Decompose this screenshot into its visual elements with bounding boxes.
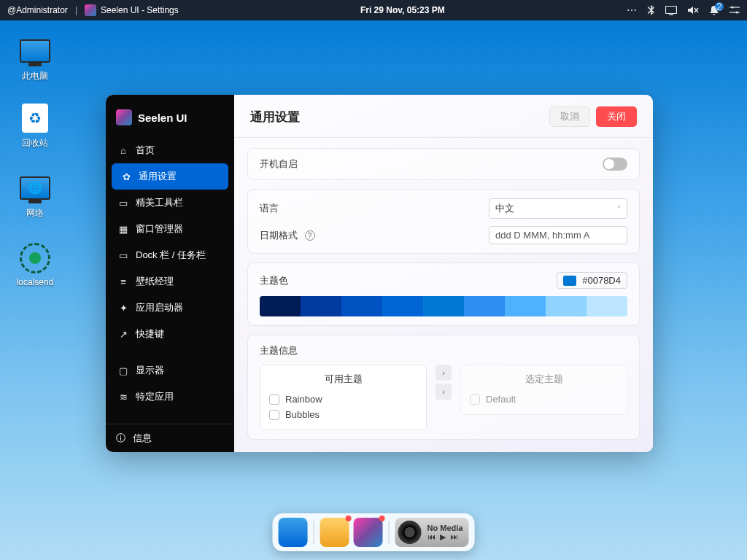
card-theme-color: 主题色 #0078D4 — [247, 262, 640, 326]
dock-icon: ▭ — [118, 250, 128, 261]
transfer-buttons: › ‹ — [436, 365, 452, 400]
sidebar-item-home[interactable]: ⌂首页 — [106, 137, 234, 163]
checkbox[interactable] — [470, 394, 480, 405]
localsend-icon — [20, 243, 50, 273]
color-swatch — [563, 276, 576, 286]
checkbox[interactable] — [269, 410, 279, 420]
computer-icon — [20, 39, 50, 63]
desktop-icon-network[interactable]: 网络 — [9, 172, 61, 219]
desktop-icon-recycle[interactable]: ♻ 回收站 — [9, 102, 61, 149]
sidebar-logo-icon — [116, 109, 132, 125]
theme-item[interactable]: Bubbles — [268, 407, 419, 422]
available-header: 可用主题 — [268, 373, 419, 386]
tray-volume-mute-icon[interactable] — [687, 5, 699, 15]
notification-dot — [379, 516, 385, 521]
network-icon — [20, 176, 50, 200]
move-right-button[interactable]: › — [436, 365, 452, 381]
desktop-icon-this-pc[interactable]: 此电脑 — [9, 35, 61, 82]
language-label: 语言 — [260, 202, 489, 215]
monitor-icon: ▢ — [118, 365, 128, 376]
checkbox[interactable] — [269, 394, 279, 405]
palette-swatch[interactable] — [301, 296, 341, 316]
palette-swatch[interactable] — [505, 296, 546, 316]
themeinfo-label: 主题信息 — [260, 344, 627, 357]
media-art-icon — [398, 521, 422, 544]
sidebar-item-window-manager[interactable]: ▦窗口管理器 — [106, 216, 234, 242]
dock-separator — [314, 521, 314, 544]
cancel-button[interactable]: 取消 — [549, 106, 590, 127]
selected-themes: 选定主题 Default — [460, 365, 627, 415]
media-title: No Media — [427, 524, 463, 532]
sidebar-header: Seelen UI — [106, 104, 234, 137]
help-icon[interactable]: ? — [305, 230, 315, 241]
dock-item-explorer[interactable] — [320, 518, 349, 547]
desktop-icon-localsend[interactable]: localsend — [9, 242, 61, 287]
theme-item[interactable]: Default — [468, 392, 619, 407]
palette-swatch[interactable] — [587, 296, 627, 316]
sidebar-item-toolbar[interactable]: ▭精美工具栏 — [106, 190, 234, 216]
info-icon: ⓘ — [116, 432, 125, 445]
sidebar-item-monitors[interactable]: ▢显示器 — [106, 357, 234, 384]
dock-item-seelen[interactable] — [354, 518, 383, 547]
palette-swatch[interactable] — [546, 296, 587, 316]
settings-window: Seelen UI ⌂首页 ✿通用设置 ▭精美工具栏 ▦窗口管理器 ▭Dock … — [106, 95, 653, 452]
tray-monitor-icon[interactable] — [665, 6, 677, 15]
sidebar-item-apps[interactable]: ≋特定应用 — [106, 384, 234, 410]
gear-icon: ✿ — [121, 171, 131, 182]
palette-swatch[interactable] — [260, 296, 301, 316]
theme-item[interactable]: Rainbow — [268, 392, 419, 407]
apps-icon: ≋ — [118, 392, 128, 402]
menubar-clock[interactable]: Fri 29 Nov, 05:23 PM — [179, 5, 627, 15]
sidebar-item-general[interactable]: ✿通用设置 — [112, 163, 228, 190]
sidebar-item-wallpaper[interactable]: ≡壁纸经理 — [106, 268, 234, 295]
autostart-label: 开机自启 — [260, 158, 603, 171]
media-play-icon[interactable]: ▶ — [440, 532, 446, 542]
palette-swatch[interactable] — [341, 296, 382, 316]
home-icon: ⌂ — [118, 145, 128, 156]
themecolor-label: 主题色 — [260, 274, 557, 287]
media-prev-icon[interactable]: ⏮ — [427, 532, 436, 542]
link-icon: ↗ — [118, 329, 128, 340]
grid-icon: ▦ — [118, 224, 128, 235]
themecolor-value[interactable]: #0078D4 — [557, 272, 627, 289]
language-select[interactable]: 中文 ˅ — [489, 198, 627, 219]
recycle-icon: ♻ — [22, 104, 48, 133]
notification-dot — [346, 516, 352, 521]
palette-swatch[interactable] — [423, 296, 464, 316]
sidebar-item-launcher[interactable]: ✦应用启动器 — [106, 295, 234, 321]
dock-item-desktop[interactable] — [279, 518, 308, 547]
tray-more-icon[interactable]: ⋯ — [627, 4, 637, 16]
tray-notifications-icon[interactable]: 2 — [709, 5, 719, 15]
dateformat-input[interactable]: ddd D MMM, hh:mm A — [489, 226, 627, 244]
sidebar-item-info[interactable]: ⓘ信息 — [106, 424, 234, 452]
content-panel: 通用设置 取消 关闭 开机自启 语言 中文 ˅ — [234, 95, 653, 452]
sidebar-item-dock[interactable]: ▭Dock 栏 / 任务栏 — [106, 242, 234, 268]
selected-header: 选定主题 — [468, 373, 619, 386]
color-palette — [260, 296, 627, 316]
close-button[interactable]: 关闭 — [596, 106, 637, 127]
app-icon — [85, 4, 96, 16]
svg-rect-0 — [666, 6, 677, 13]
panel-body[interactable]: 开机自启 语言 中文 ˅ 日期格式 ? ddd D — [234, 138, 653, 452]
toolbar-icon: ▭ — [118, 198, 128, 209]
media-next-icon[interactable]: ⏭ — [450, 532, 458, 542]
palette-swatch[interactable] — [382, 296, 423, 316]
menubar-user[interactable]: @Administrator — [7, 5, 68, 15]
tray-bluetooth-icon[interactable] — [647, 5, 655, 15]
rocket-icon: ✦ — [118, 303, 128, 314]
menubar: @Administrator | Seelen UI - Settings Fr… — [0, 0, 747, 20]
tray-badge: 2 — [715, 2, 724, 11]
dateformat-label: 日期格式 ? — [260, 229, 489, 242]
available-themes: 可用主题 RainbowBubbles — [260, 365, 427, 430]
content-header: 通用设置 取消 关闭 — [234, 95, 653, 138]
dock-media-widget[interactable]: No Media ⏮ ▶ ⏭ — [395, 518, 469, 547]
sidebar-item-shortcuts[interactable]: ↗快捷键 — [106, 321, 234, 347]
move-left-button[interactable]: ‹ — [436, 384, 452, 400]
tray-settings-icon[interactable] — [729, 5, 740, 15]
palette-swatch[interactable] — [464, 296, 505, 316]
menubar-app-title: Seelen UI - Settings — [101, 5, 179, 15]
menubar-separator: | — [75, 5, 77, 15]
layers-icon: ≡ — [118, 276, 128, 287]
autostart-toggle[interactable] — [603, 158, 627, 171]
dock-separator — [389, 521, 390, 544]
